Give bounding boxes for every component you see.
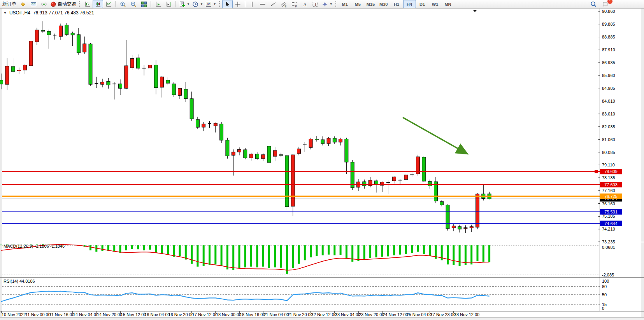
tile-windows-button[interactable]: [139, 0, 149, 8]
timeframe-w1-button[interactable]: W1: [429, 0, 442, 8]
timeframe-mn-button[interactable]: MN: [442, 0, 454, 8]
svg-text:18 Nov 16:00: 18 Nov 16:00: [240, 312, 265, 317]
candlestick-chart-button[interactable]: [93, 0, 103, 8]
chevron-down-icon: ▼: [330, 2, 333, 6]
svg-text:73.235: 73.235: [602, 240, 615, 244]
svg-text:81.060: 81.060: [602, 137, 615, 142]
chart-shift-button[interactable]: [163, 0, 174, 8]
svg-text:14 Nov 20:00: 14 Nov 20:00: [97, 312, 122, 317]
svg-text:77.160: 77.160: [602, 188, 615, 193]
window-bottom-edge: [0, 318, 644, 320]
zoomout-icon: [130, 1, 137, 7]
cursor-icon: [224, 1, 230, 7]
svg-text:11 Nov 16:00: 11 Nov 16:00: [49, 312, 74, 317]
timeframe-d1-button[interactable]: D1: [416, 0, 429, 8]
toolbar-separator: [175, 1, 176, 7]
svg-text:27 Nov 23:00: 27 Nov 23:00: [430, 312, 456, 317]
chart-ohlc-values: 76.913 77.071 76.483 76.521: [33, 10, 94, 16]
svg-text:0.0681: 0.0681: [602, 245, 615, 250]
svg-text:10 Nov 2022: 10 Nov 2022: [2, 312, 26, 317]
svg-text:89.885: 89.885: [602, 22, 615, 26]
timeframe-m1-button[interactable]: M1: [339, 0, 351, 8]
line-chart-button[interactable]: [103, 0, 114, 8]
timeframe-h4-button[interactable]: H4: [403, 0, 416, 8]
periods-button[interactable]: ▼: [191, 0, 204, 8]
svg-text:74.644: 74.644: [604, 221, 618, 226]
textA-icon: A: [302, 1, 308, 7]
toolbar: 新订单自动交易▼▼▼EFAT▼M1M5M15M30H1H4D1W1MN1: [0, 0, 644, 9]
svg-text:21 Nov 04:00: 21 Nov 04:00: [263, 312, 289, 317]
svg-text:23 Nov 20:00: 23 Nov 20:00: [359, 312, 384, 317]
notification-badge: 1: [607, 0, 613, 4]
svg-text:-2.085: -2.085: [602, 273, 614, 277]
vline-icon: [249, 1, 255, 7]
svg-text:87.910: 87.910: [602, 47, 615, 52]
price-tag: 78.609: [600, 169, 622, 174]
hline-icon: [260, 1, 266, 7]
svg-text:80: 80: [602, 284, 607, 289]
svg-text:76.160: 76.160: [602, 201, 615, 206]
shift-icon: [166, 1, 172, 7]
svg-text:86.935: 86.935: [602, 60, 615, 65]
crosshair-button[interactable]: [233, 0, 243, 8]
new-order-button[interactable]: 新订单: [1, 0, 18, 8]
zoomin-icon: [120, 1, 126, 7]
zoom-out-button[interactable]: [128, 0, 139, 8]
cursor-button[interactable]: [222, 0, 233, 8]
zoom-in-button[interactable]: [118, 0, 128, 8]
svg-text:76.725: 76.725: [604, 194, 618, 199]
timeframe-m15-button[interactable]: M15: [364, 0, 377, 8]
fibonacci-button[interactable]: F: [289, 0, 300, 8]
chevron-down-icon: ▼: [200, 2, 203, 6]
svg-text:F: F: [295, 5, 297, 7]
autotrade-icon: [50, 1, 56, 7]
svg-text:24 Nov 12:00: 24 Nov 12:00: [383, 312, 408, 317]
chart-window-icon-button[interactable]: [28, 0, 39, 8]
toolbar-grip: [335, 1, 337, 7]
svg-text:90.860: 90.860: [602, 9, 615, 14]
signals-icon-button[interactable]: [39, 0, 49, 8]
svg-text:80.085: 80.085: [602, 150, 615, 155]
bar-chart-button[interactable]: [82, 0, 93, 8]
clock-icon: [192, 1, 198, 7]
svg-text:79.110: 79.110: [602, 163, 615, 167]
svg-text:75.185: 75.185: [602, 214, 615, 219]
text-label-button[interactable]: T: [310, 0, 321, 8]
indicators-button[interactable]: ▼: [178, 0, 191, 8]
chart-canvas[interactable]: 90.86089.88588.88587.91086.93585.96084.9…: [0, 0, 644, 320]
timeframe-m30-button[interactable]: M30: [377, 0, 390, 8]
text-button[interactable]: A: [300, 0, 310, 8]
line-icon: [105, 1, 112, 7]
time-axis[interactable]: 10 Nov 202211 Nov 00:0011 Nov 16:0014 No…: [1, 311, 479, 317]
template-icon: [205, 1, 212, 7]
notifications-button[interactable]: 1: [600, 0, 611, 8]
svg-text:50: 50: [602, 292, 607, 297]
bars-icon: [84, 1, 91, 7]
chevron-down-icon: ▼: [187, 2, 190, 6]
svg-text:82.035: 82.035: [602, 124, 615, 129]
arrows-button[interactable]: ▼: [321, 0, 334, 8]
svg-text:14 Nov 04:00: 14 Nov 04:00: [73, 312, 98, 317]
line-endpoint-marker[interactable]: [595, 170, 598, 173]
trendline-button[interactable]: [268, 0, 279, 8]
auto-scroll-button[interactable]: [153, 0, 163, 8]
symbol-dropdown-icon[interactable]: ▼: [4, 11, 7, 15]
svg-text:15 Nov 12:00: 15 Nov 12:00: [121, 312, 146, 317]
svg-text:25 Nov 04:00: 25 Nov 04:00: [406, 312, 432, 317]
chevron-down-icon: ▼: [213, 2, 216, 6]
search-button[interactable]: [588, 0, 598, 8]
macd-label: MACD(12,26,9) -1.1806 -1.1846: [4, 244, 65, 248]
templates-button[interactable]: ▼: [204, 0, 218, 8]
channel-button[interactable]: E: [279, 0, 289, 8]
horizontal-line-button[interactable]: [258, 0, 268, 8]
auto-trading-button[interactable]: 自动交易: [49, 0, 77, 8]
vertical-line-button[interactable]: [247, 0, 258, 8]
crosshair-icon: [235, 1, 241, 7]
market-watch-icon-button[interactable]: [18, 0, 28, 8]
svg-text:77.603: 77.603: [604, 182, 618, 187]
toolbar-grip: [79, 1, 81, 7]
svg-text:84.985: 84.985: [602, 86, 615, 91]
timeframe-m5-button[interactable]: M5: [351, 0, 364, 8]
timeframe-h1-button[interactable]: H1: [390, 0, 403, 8]
toolbar-separator: [151, 1, 151, 7]
